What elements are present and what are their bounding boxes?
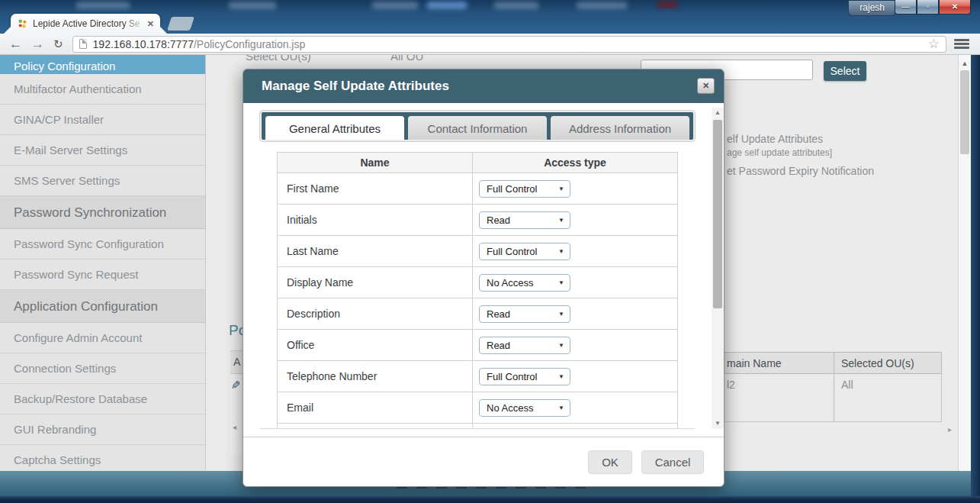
sidebar-item[interactable]: GINA/CP Installer — [0, 105, 205, 135]
modal-scrollbar-thumb[interactable] — [713, 120, 722, 308]
chevron-down-icon: ▼ — [558, 342, 564, 349]
action-column-header-fragment: A — [230, 350, 243, 374]
window-maximize-button[interactable]: ▫ — [917, 0, 939, 15]
policies-table: main Name Selected OU(s) l2 All — [690, 352, 942, 422]
sidebar-item[interactable]: Multifactor Authentication — [0, 74, 205, 105]
access-type-select[interactable]: Read▼ — [479, 305, 570, 323]
ok-button[interactable]: OK — [588, 450, 632, 474]
sidebar-item[interactable]: Backup/Restore Database — [0, 384, 205, 414]
access-type-value: Full Control — [487, 246, 537, 257]
attribute-row: InitialsRead▼ — [278, 205, 678, 236]
new-tab-button[interactable] — [167, 17, 194, 31]
access-type-value: Read — [487, 308, 510, 320]
attribute-row: First NameFull Control▼ — [278, 173, 678, 205]
prev-page-icon[interactable]: ◂ — [233, 423, 236, 431]
tab-general-attributes[interactable]: General Attributes — [265, 116, 404, 140]
access-type-select[interactable]: Full Control▼ — [479, 368, 570, 385]
attribute-access-cell: Full Control▼ — [473, 236, 678, 267]
attributes-header-name: Name — [278, 153, 473, 173]
lepide-favicon-icon — [17, 18, 28, 30]
next-page-icon[interactable]: ▸ — [948, 425, 952, 434]
desktop-item-blur — [577, 2, 627, 9]
chevron-down-icon: ▼ — [558, 405, 564, 411]
url-text[interactable]: 192.168.10.178:7777/PolicyConfiguration.… — [93, 38, 928, 50]
manage-attributes-link-fragment[interactable]: elf Update Attributes — [727, 133, 823, 145]
access-type-select[interactable]: No Access▼ — [479, 274, 570, 292]
select-ou-button[interactable]: Select — [824, 61, 866, 81]
sidebar-item[interactable]: GUI Rebranding — [0, 414, 205, 445]
tab-contact-information[interactable]: Contact Information — [408, 116, 547, 140]
access-type-value: Read — [487, 340, 510, 351]
sidebar-item[interactable]: Configure Admin Account — [0, 323, 205, 353]
access-type-value: No Access — [487, 277, 533, 289]
attribute-row: OfficeRead▼ — [278, 330, 678, 361]
desktop-item-blur — [657, 2, 677, 8]
policies-table-row[interactable]: l2 All — [690, 374, 942, 422]
windows-taskbar[interactable] — [0, 496, 980, 503]
attribute-access-cell: Full Control▼ — [473, 173, 678, 205]
sidebar-item[interactable]: Policy Configuration — [0, 55, 205, 74]
attributes-header-access: Access type — [473, 153, 678, 173]
attribute-row: DescriptionRead▼ — [278, 298, 678, 330]
chevron-down-icon: ▼ — [558, 217, 564, 224]
page-scrollbar-thumb[interactable] — [960, 70, 969, 154]
browser-titlebar: Lepide Active Directory Se ✕ rajesh — ▫ … — [0, 0, 980, 34]
modal-footer: OK Cancel — [243, 437, 724, 487]
attribute-name: Display Name — [278, 267, 473, 298]
tab-close-icon[interactable]: ✕ — [146, 19, 156, 29]
access-type-value: Read — [487, 214, 510, 226]
back-icon[interactable]: ← — [9, 34, 22, 54]
modal-tabstrip: General AttributesContact InformationAdd… — [260, 111, 695, 141]
scroll-up-icon[interactable]: ▲ — [959, 55, 971, 67]
selected-ou-header: Selected OU(s) — [834, 353, 941, 373]
desktop-edge-strip — [971, 34, 980, 496]
modal-scroll-down-icon[interactable]: ▼ — [712, 418, 724, 429]
browser-toolbar: ← → ↻ 192.168.10.178:7777/PolicyConfigur… — [0, 34, 980, 55]
reload-icon[interactable]: ↻ — [53, 34, 63, 54]
access-type-value: No Access — [487, 402, 533, 414]
modal-close-icon[interactable]: ✕ — [697, 78, 715, 94]
browser-tab[interactable]: Lepide Active Directory Se ✕ — [11, 14, 160, 34]
tab-address-information[interactable]: Address Information — [551, 116, 689, 140]
attribute-row: Last NameFull Control▼ — [278, 236, 678, 267]
footer-copyright-fragment — [397, 487, 587, 488]
attribute-access-cell: ▼ — [473, 424, 678, 430]
modal-scroll-up-icon[interactable]: ▲ — [712, 108, 724, 118]
sidebar-item[interactable]: SMS Server Settings — [0, 166, 205, 196]
sidebar-item[interactable]: Password Sync Request — [0, 260, 205, 290]
user-chip[interactable]: rajesh — [848, 1, 896, 16]
sidebar-item[interactable]: Connection Settings — [0, 353, 205, 384]
window-minimize-button[interactable]: — — [895, 0, 917, 15]
access-type-select[interactable]: Full Control▼ — [479, 243, 570, 260]
chevron-down-icon: ▼ — [558, 373, 564, 380]
edit-pencil-icon[interactable]: ✎ — [231, 379, 241, 392]
sidebar-item[interactable]: Password Sync Configuration — [0, 229, 205, 260]
chevron-down-icon: ▼ — [558, 311, 564, 318]
attribute-name: Email — [278, 392, 473, 424]
forward-icon[interactable]: → — [31, 34, 44, 54]
modal-scrollbar[interactable]: ▲ ▼ — [712, 108, 724, 429]
attribute-name: Description — [278, 298, 473, 330]
attribute-access-cell: Read▼ — [473, 330, 678, 361]
page-scrollbar[interactable]: ▲ — [958, 55, 971, 471]
access-type-value: Full Control — [487, 183, 537, 195]
attribute-row: Display NameNo Access▼ — [278, 267, 678, 298]
bookmark-star-icon[interactable]: ☆ — [928, 36, 940, 52]
tab-title: Lepide Active Directory Se — [33, 18, 146, 29]
url-bar[interactable]: 192.168.10.178:7777/PolicyConfiguration.… — [72, 36, 946, 53]
desktop-item-blur — [76, 2, 130, 9]
access-type-select[interactable]: Full Control▼ — [479, 180, 570, 198]
chrome-menu-icon[interactable] — [954, 37, 969, 50]
sidebar-section-header: Application Configuration — [0, 290, 205, 323]
access-type-select[interactable]: Read▼ — [479, 337, 570, 354]
attribute-row: Telephone NumberFull Control▼ — [278, 361, 678, 392]
sidebar-item[interactable]: E-Mail Server Settings — [0, 135, 205, 166]
window-close-button[interactable]: ✕ — [939, 0, 971, 15]
attribute-access-cell: Full Control▼ — [473, 361, 678, 392]
modal-title: Manage Self Update Attributes — [243, 69, 724, 103]
desktop-item-blur — [372, 2, 418, 9]
access-type-select[interactable]: Read▼ — [479, 211, 570, 229]
access-type-select[interactable]: No Access▼ — [479, 399, 570, 417]
attribute-name — [278, 424, 473, 430]
cancel-button[interactable]: Cancel — [641, 450, 704, 474]
